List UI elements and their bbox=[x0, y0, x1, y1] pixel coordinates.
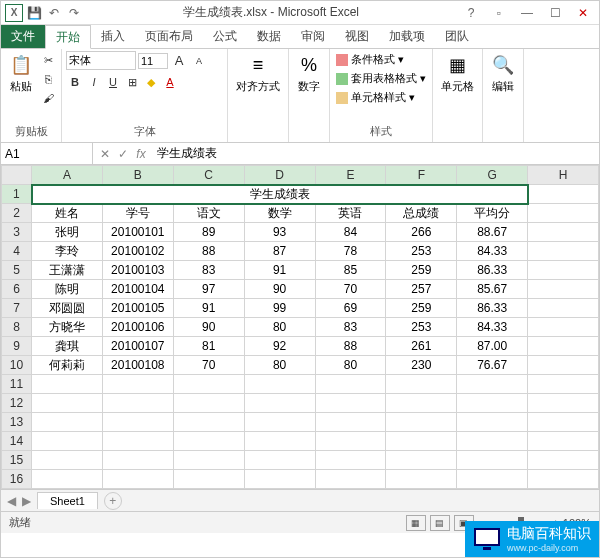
cell-G8[interactable]: 84.33 bbox=[457, 318, 528, 337]
cell-B13[interactable] bbox=[102, 413, 173, 432]
minimize-button[interactable]: — bbox=[515, 6, 539, 20]
cell-C8[interactable]: 90 bbox=[173, 318, 244, 337]
cell-A9[interactable]: 龚琪 bbox=[32, 337, 103, 356]
sheet-nav-next[interactable]: ▶ bbox=[22, 494, 31, 508]
cell-D13[interactable] bbox=[244, 413, 315, 432]
cell-E11[interactable] bbox=[315, 375, 386, 394]
row-header-17[interactable]: 17 bbox=[2, 489, 32, 490]
cell-F14[interactable] bbox=[386, 432, 457, 451]
cell-B4[interactable]: 20100102 bbox=[102, 242, 173, 261]
tab-formulas[interactable]: 公式 bbox=[203, 25, 247, 48]
row-header-11[interactable]: 11 bbox=[2, 375, 32, 394]
cell-F13[interactable] bbox=[386, 413, 457, 432]
cell-H16[interactable] bbox=[528, 470, 599, 489]
name-box-input[interactable] bbox=[5, 147, 88, 161]
cell-H7[interactable] bbox=[528, 299, 599, 318]
cell-G12[interactable] bbox=[457, 394, 528, 413]
cell-G13[interactable] bbox=[457, 413, 528, 432]
cell-A8[interactable]: 方晓华 bbox=[32, 318, 103, 337]
cell-E17[interactable] bbox=[315, 489, 386, 490]
cell-F17[interactable] bbox=[386, 489, 457, 490]
cell-C4[interactable]: 88 bbox=[173, 242, 244, 261]
enter-icon[interactable]: ✓ bbox=[115, 147, 131, 161]
cell-F15[interactable] bbox=[386, 451, 457, 470]
row-header-5[interactable]: 5 bbox=[2, 261, 32, 280]
cell-E3[interactable]: 84 bbox=[315, 223, 386, 242]
maximize-button[interactable]: ☐ bbox=[543, 6, 567, 20]
cell-H15[interactable] bbox=[528, 451, 599, 470]
column-header-A[interactable]: A bbox=[32, 166, 103, 185]
cell-D10[interactable]: 80 bbox=[244, 356, 315, 375]
cell-D6[interactable]: 90 bbox=[244, 280, 315, 299]
row-8[interactable]: 8方晓华2010010690808325384.33 bbox=[2, 318, 599, 337]
cell-G10[interactable]: 76.67 bbox=[457, 356, 528, 375]
cell-A11[interactable] bbox=[32, 375, 103, 394]
cell-G4[interactable]: 84.33 bbox=[457, 242, 528, 261]
tab-data[interactable]: 数据 bbox=[247, 25, 291, 48]
fx-icon[interactable]: fx bbox=[133, 147, 149, 161]
cell-A10[interactable]: 何莉莉 bbox=[32, 356, 103, 375]
cell-G3[interactable]: 88.67 bbox=[457, 223, 528, 242]
cell-G16[interactable] bbox=[457, 470, 528, 489]
column-header-G[interactable]: G bbox=[457, 166, 528, 185]
excel-icon[interactable]: X bbox=[5, 4, 23, 22]
tab-addins[interactable]: 加载项 bbox=[379, 25, 435, 48]
row-header-1[interactable]: 1 bbox=[2, 185, 32, 204]
undo-icon[interactable]: ↶ bbox=[45, 4, 63, 22]
row-header-2[interactable]: 2 bbox=[2, 204, 32, 223]
cell-H13[interactable] bbox=[528, 413, 599, 432]
cell-B8[interactable]: 20100106 bbox=[102, 318, 173, 337]
cell-F10[interactable]: 230 bbox=[386, 356, 457, 375]
cell-D16[interactable] bbox=[244, 470, 315, 489]
header-cell-A2[interactable]: 姓名 bbox=[32, 204, 103, 223]
row-header-6[interactable]: 6 bbox=[2, 280, 32, 299]
cell-E8[interactable]: 83 bbox=[315, 318, 386, 337]
row-header-16[interactable]: 16 bbox=[2, 470, 32, 489]
ribbon-minimize-button[interactable]: ▫ bbox=[487, 6, 511, 20]
row-9[interactable]: 9龚琪2010010781928826187.00 bbox=[2, 337, 599, 356]
column-header-B[interactable]: B bbox=[102, 166, 173, 185]
row-1[interactable]: 1学生成绩表 bbox=[2, 185, 599, 204]
cell-A6[interactable]: 陈明 bbox=[32, 280, 103, 299]
paste-button[interactable]: 📋 粘贴 bbox=[5, 51, 37, 96]
row-header-8[interactable]: 8 bbox=[2, 318, 32, 337]
header-cell-D2[interactable]: 数学 bbox=[244, 204, 315, 223]
cell-G14[interactable] bbox=[457, 432, 528, 451]
header-cell-F2[interactable]: 总成绩 bbox=[386, 204, 457, 223]
cell-E16[interactable] bbox=[315, 470, 386, 489]
grow-font-icon[interactable]: A bbox=[170, 52, 188, 70]
cell-B15[interactable] bbox=[102, 451, 173, 470]
cell-F3[interactable]: 266 bbox=[386, 223, 457, 242]
cell-F7[interactable]: 259 bbox=[386, 299, 457, 318]
tab-team[interactable]: 团队 bbox=[435, 25, 479, 48]
row-13[interactable]: 13 bbox=[2, 413, 599, 432]
cell-F12[interactable] bbox=[386, 394, 457, 413]
cell-E6[interactable]: 70 bbox=[315, 280, 386, 299]
row-header-12[interactable]: 12 bbox=[2, 394, 32, 413]
cell-B3[interactable]: 20100101 bbox=[102, 223, 173, 242]
cell-B7[interactable]: 20100105 bbox=[102, 299, 173, 318]
cell-A17[interactable] bbox=[32, 489, 103, 490]
cell-H5[interactable] bbox=[528, 261, 599, 280]
cell-C6[interactable]: 97 bbox=[173, 280, 244, 299]
border-icon[interactable]: ⊞ bbox=[123, 73, 141, 91]
cell-C7[interactable]: 91 bbox=[173, 299, 244, 318]
cell-C10[interactable]: 70 bbox=[173, 356, 244, 375]
header-cell-B2[interactable]: 学号 bbox=[102, 204, 173, 223]
cell-G5[interactable]: 86.33 bbox=[457, 261, 528, 280]
number-button[interactable]: % 数字 bbox=[293, 51, 325, 96]
worksheet-area[interactable]: ABCDEFGH1学生成绩表2姓名学号语文数学英语总成绩平均分3张明201001… bbox=[1, 165, 599, 489]
cell-styles-button[interactable]: 单元格样式▾ bbox=[334, 89, 428, 106]
row-11[interactable]: 11 bbox=[2, 375, 599, 394]
cell-H10[interactable] bbox=[528, 356, 599, 375]
editing-button[interactable]: 🔍 编辑 bbox=[487, 51, 519, 96]
cell-B9[interactable]: 20100107 bbox=[102, 337, 173, 356]
cell-D12[interactable] bbox=[244, 394, 315, 413]
name-box[interactable] bbox=[1, 143, 93, 164]
cell-C15[interactable] bbox=[173, 451, 244, 470]
cell-G6[interactable]: 85.67 bbox=[457, 280, 528, 299]
font-color-icon[interactable]: A bbox=[161, 73, 179, 91]
cell-B10[interactable]: 20100108 bbox=[102, 356, 173, 375]
row-5[interactable]: 5王潇潇2010010383918525986.33 bbox=[2, 261, 599, 280]
cell-H3[interactable] bbox=[528, 223, 599, 242]
